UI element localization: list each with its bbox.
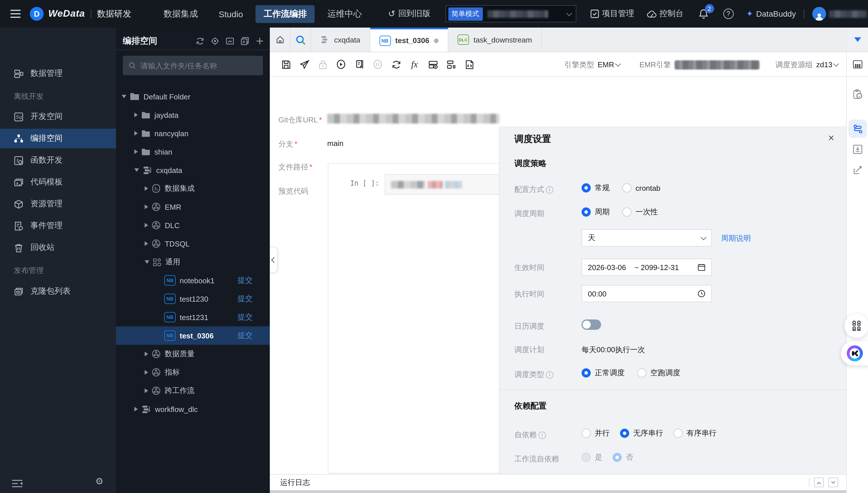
structure-button[interactable] [442, 56, 460, 72]
tree-node-test1231[interactable]: NB test1231 提交 [116, 308, 270, 326]
close-icon[interactable]: ✕ [828, 133, 835, 143]
tab-test-0306[interactable]: NB test_0306 [370, 27, 448, 52]
caret-down-icon[interactable] [122, 95, 126, 98]
schedule-settings-button[interactable] [848, 120, 867, 138]
sidebar-item-orchestration-space[interactable]: 编排空间 [0, 129, 116, 148]
batch-edit-icon[interactable] [241, 37, 249, 45]
user-account[interactable] [813, 7, 867, 21]
tree-node-test-0306-selected[interactable]: NB test_0306 提交 [116, 326, 270, 345]
radio-one-time[interactable]: 一次性 [622, 207, 658, 217]
sidebar-item-dev-space[interactable]: Sq 开发空间 [0, 107, 116, 126]
tab-cxqdata[interactable]: cxqdata [311, 27, 370, 52]
caret-down-icon[interactable] [134, 168, 139, 172]
tree-node-shian[interactable]: shian [116, 143, 270, 161]
sidebar-item-function-dev[interactable]: f 函数开发 [0, 151, 116, 170]
cycle-unit-select[interactable]: 天 [581, 229, 712, 246]
tree-search-input[interactable] [140, 61, 257, 70]
caret-right-icon[interactable] [145, 352, 148, 356]
tree-node-jaydata[interactable]: jaydata [116, 106, 270, 124]
tab-overflow-button[interactable] [847, 27, 868, 52]
run-advanced-button[interactable] [350, 56, 369, 72]
parameters-button[interactable] [424, 56, 442, 72]
caret-right-icon[interactable] [145, 241, 148, 246]
wedata-logo-icon[interactable]: D [30, 7, 44, 21]
hamburger-menu-icon[interactable] [10, 10, 21, 18]
cycle-help-link[interactable]: 周期说明 [721, 233, 751, 244]
sidebar-item-recycle-bin[interactable]: 回收站 [0, 238, 116, 257]
tree-search-box[interactable] [123, 56, 263, 75]
caret-right-icon[interactable] [134, 131, 138, 135]
tree-node-emr[interactable]: EMR [116, 198, 270, 216]
tree-node-data-quality[interactable]: 数据质量 [116, 345, 270, 363]
caret-right-icon[interactable] [134, 407, 138, 411]
tree-node-workflow-dlc[interactable]: workflow_dlc [116, 400, 270, 418]
task-info-button[interactable] [848, 85, 867, 103]
engine-type-select[interactable]: EMR [598, 60, 620, 69]
grid-view-button[interactable] [847, 52, 868, 77]
radio-crontab[interactable]: crontab [622, 183, 661, 192]
caret-right-icon[interactable] [145, 223, 148, 228]
locate-icon[interactable] [211, 37, 219, 45]
help-icon[interactable]: ? [723, 8, 733, 19]
radio-regular[interactable]: 常规 [581, 183, 610, 193]
settings-gear-icon[interactable]: ⚙ [95, 476, 104, 487]
tree-node-tdsql[interactable]: TDSQL [116, 234, 270, 253]
caret-right-icon[interactable] [134, 113, 138, 117]
tree-node-test1230[interactable]: NB test1230 提交 [116, 290, 270, 308]
tree-node-nancyqlan[interactable]: nancyqlan [116, 124, 270, 143]
info-icon[interactable]: i [546, 186, 553, 193]
sidebar-item-clone-package-list[interactable]: 克隆包列表 [0, 282, 116, 301]
caret-right-icon[interactable] [134, 149, 138, 154]
tree-node-dlc[interactable]: DLC [116, 216, 270, 234]
nav-studio[interactable]: Studio [211, 5, 251, 22]
run-button[interactable] [332, 56, 350, 72]
submit-link[interactable]: 提交 [238, 312, 253, 322]
notification-bell[interactable]: 2 [699, 8, 708, 19]
run-log-bar[interactable]: 运行日志 [270, 474, 846, 490]
nav-ops-center[interactable]: 运维中心 [319, 5, 370, 23]
tree-node-notebook1[interactable]: NB notebook1 提交 [116, 271, 270, 290]
info-icon[interactable]: i [546, 371, 553, 378]
sidebar-item-event-management[interactable]: 事件管理 [0, 216, 116, 236]
databuddy-button[interactable]: ✦ DataBuddy [746, 8, 796, 19]
calendar-schedule-toggle[interactable] [581, 320, 601, 330]
project-management-button[interactable]: 项目管理 [590, 8, 634, 19]
submit-button[interactable] [295, 56, 314, 72]
submit-link[interactable]: 提交 [238, 294, 253, 304]
nav-data-integration[interactable]: 数据集成 [156, 5, 206, 23]
tree-node-data-integration[interactable]: 数据集成 [116, 179, 270, 198]
exec-time-input[interactable]: 00:00 [581, 285, 712, 302]
sidebar-item-data-management[interactable]: 数据管理 [0, 64, 116, 83]
tree-node-general[interactable]: 通用 [116, 253, 270, 271]
collapse-tree-handle[interactable] [270, 246, 278, 273]
submit-link[interactable]: 提交 [238, 275, 253, 285]
sidebar-item-code-template[interactable]: 代码模板 [0, 172, 116, 192]
lineage-button[interactable] [848, 161, 867, 179]
nav-workflow-orchestration[interactable]: 工作流编排 [256, 5, 315, 23]
sidebar-item-resource-management[interactable]: 资源管理 [0, 194, 116, 214]
info-icon[interactable]: i [539, 431, 546, 439]
caret-right-icon[interactable] [145, 370, 148, 374]
back-to-old-button[interactable]: ↺ 回到旧版 [388, 8, 430, 19]
tree-node-cxqdata[interactable]: cxqdata [116, 161, 270, 179]
tab-task-downstream[interactable]: DLC task_downstream [448, 27, 542, 52]
radio-dry-run-schedule[interactable]: 空跑调度 [637, 368, 680, 378]
save-button[interactable] [277, 56, 295, 72]
radio-ordered-serial[interactable]: 有序串行 [673, 428, 716, 438]
code-file-button[interactable] [460, 56, 479, 72]
tab-home[interactable] [270, 27, 291, 52]
refresh-icon[interactable] [196, 37, 204, 45]
app-launcher-button[interactable] [844, 314, 868, 338]
caret-right-icon[interactable] [145, 205, 148, 209]
panel-view-icon[interactable] [226, 37, 234, 45]
caret-down-icon[interactable] [145, 260, 149, 264]
console-button[interactable]: 控制台 [647, 8, 683, 19]
function-button[interactable]: fx [405, 56, 424, 72]
radio-unordered-serial[interactable]: 无序串行 [620, 428, 663, 438]
caret-right-icon[interactable] [145, 388, 148, 393]
radio-periodic[interactable]: 周期 [581, 207, 610, 217]
radio-normal-schedule[interactable]: 正常调度 [581, 368, 624, 378]
effective-time-range-input[interactable]: 2026-03-06 ~ 2099-12-31 [581, 259, 712, 276]
collapse-log-button[interactable] [828, 477, 838, 487]
tab-search[interactable] [291, 27, 311, 52]
